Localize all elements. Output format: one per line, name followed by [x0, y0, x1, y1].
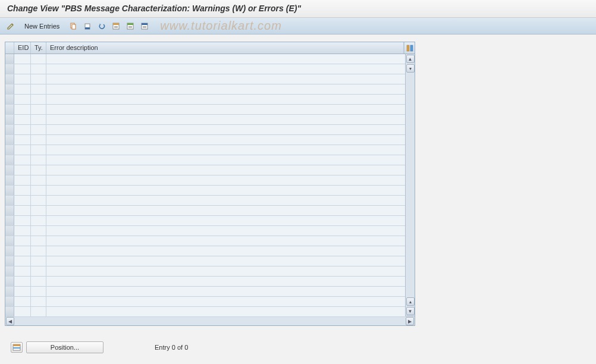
cell-eid[interactable]	[14, 145, 31, 155]
row-selector[interactable]	[5, 256, 14, 266]
cell-eid[interactable]	[14, 125, 31, 134]
cell-ty[interactable]	[31, 226, 46, 236]
scroll-up-icon[interactable]: ▲	[406, 55, 415, 63]
cell-desc[interactable]	[46, 307, 405, 316]
cell-eid[interactable]	[14, 277, 31, 286]
cell-desc[interactable]	[46, 246, 405, 256]
cell-eid[interactable]	[14, 236, 31, 246]
cell-eid[interactable]	[14, 135, 31, 145]
cell-desc[interactable]	[46, 95, 405, 104]
cell-desc[interactable]	[46, 115, 405, 124]
table-config-icon[interactable]	[404, 42, 415, 54]
row-selector[interactable]	[5, 84, 14, 94]
cell-eid[interactable]	[14, 186, 31, 195]
cell-ty[interactable]	[31, 145, 46, 155]
cell-ty[interactable]	[31, 135, 46, 145]
cell-desc[interactable]	[46, 155, 405, 165]
cell-eid[interactable]	[14, 226, 31, 236]
row-selector[interactable]	[5, 236, 14, 246]
cell-desc[interactable]	[46, 186, 405, 195]
cell-eid[interactable]	[14, 95, 31, 104]
position-icon[interactable]	[11, 342, 23, 353]
row-selector[interactable]	[5, 196, 14, 205]
cell-desc[interactable]	[46, 175, 405, 185]
cell-eid[interactable]	[14, 266, 31, 276]
cell-eid[interactable]	[14, 165, 31, 175]
row-selector[interactable]	[5, 307, 14, 316]
cell-eid[interactable]	[14, 105, 31, 114]
cell-desc[interactable]	[46, 226, 405, 236]
cell-desc[interactable]	[46, 216, 405, 225]
row-selector[interactable]	[5, 165, 14, 175]
cell-desc[interactable]	[46, 135, 405, 145]
select-all-header[interactable]	[5, 42, 14, 54]
row-selector[interactable]	[5, 74, 14, 84]
cell-eid[interactable]	[14, 64, 31, 74]
new-entries-button[interactable]: New Entries	[19, 20, 65, 32]
cell-desc[interactable]	[46, 54, 405, 64]
cell-desc[interactable]	[46, 105, 405, 114]
row-selector[interactable]	[5, 216, 14, 225]
cell-ty[interactable]	[31, 256, 46, 266]
scroll-track[interactable]	[406, 73, 415, 297]
row-selector[interactable]	[5, 105, 14, 114]
cell-ty[interactable]	[31, 307, 46, 316]
row-selector[interactable]	[5, 125, 14, 134]
cell-desc[interactable]	[46, 236, 405, 246]
column-header-eid[interactable]: EID	[14, 42, 31, 54]
row-selector[interactable]	[5, 115, 14, 124]
scroll-right-icon[interactable]: ▶	[406, 317, 414, 325]
toggle-change-icon[interactable]	[5, 20, 17, 32]
cell-ty[interactable]	[31, 206, 46, 215]
row-selector[interactable]	[5, 155, 14, 165]
row-selector[interactable]	[5, 54, 14, 64]
cell-ty[interactable]	[31, 196, 46, 205]
cell-ty[interactable]	[31, 105, 46, 114]
cell-desc[interactable]	[46, 256, 405, 266]
cell-desc[interactable]	[46, 74, 405, 84]
cell-desc[interactable]	[46, 266, 405, 276]
scroll-page-up-icon[interactable]: ▾	[406, 64, 415, 73]
cell-eid[interactable]	[14, 84, 31, 94]
cell-ty[interactable]	[31, 236, 46, 246]
cell-desc[interactable]	[46, 297, 405, 306]
scroll-left-icon[interactable]: ◀	[6, 317, 14, 325]
cell-ty[interactable]	[31, 186, 46, 195]
cell-eid[interactable]	[14, 297, 31, 306]
cell-eid[interactable]	[14, 175, 31, 185]
copy-icon[interactable]	[67, 20, 79, 32]
cell-ty[interactable]	[31, 125, 46, 134]
row-selector[interactable]	[5, 246, 14, 256]
hscroll-track[interactable]	[15, 316, 405, 325]
cell-desc[interactable]	[46, 206, 405, 215]
column-header-ty[interactable]: Ty.	[31, 42, 46, 54]
column-header-desc[interactable]: Error description	[46, 42, 404, 54]
row-selector[interactable]	[5, 206, 14, 215]
cell-ty[interactable]	[31, 216, 46, 225]
deselect-all-icon[interactable]	[139, 20, 150, 32]
cell-desc[interactable]	[46, 64, 405, 74]
row-selector[interactable]	[5, 95, 14, 104]
horizontal-scrollbar[interactable]: ◀ ▶	[5, 316, 415, 325]
cell-eid[interactable]	[14, 206, 31, 215]
cell-ty[interactable]	[31, 266, 46, 276]
cell-ty[interactable]	[31, 74, 46, 84]
cell-desc[interactable]	[46, 287, 405, 296]
cell-eid[interactable]	[14, 115, 31, 124]
cell-ty[interactable]	[31, 84, 46, 94]
row-selector[interactable]	[5, 287, 14, 296]
cell-ty[interactable]	[31, 277, 46, 286]
row-selector[interactable]	[5, 135, 14, 145]
cell-ty[interactable]	[31, 297, 46, 306]
row-selector[interactable]	[5, 186, 14, 195]
cell-eid[interactable]	[14, 256, 31, 266]
undo-icon[interactable]	[96, 20, 108, 32]
cell-ty[interactable]	[31, 95, 46, 104]
cell-eid[interactable]	[14, 155, 31, 165]
cell-desc[interactable]	[46, 145, 405, 155]
row-selector[interactable]	[5, 266, 14, 276]
cell-eid[interactable]	[14, 196, 31, 205]
cell-desc[interactable]	[46, 165, 405, 175]
row-selector[interactable]	[5, 226, 14, 236]
cell-desc[interactable]	[46, 125, 405, 134]
